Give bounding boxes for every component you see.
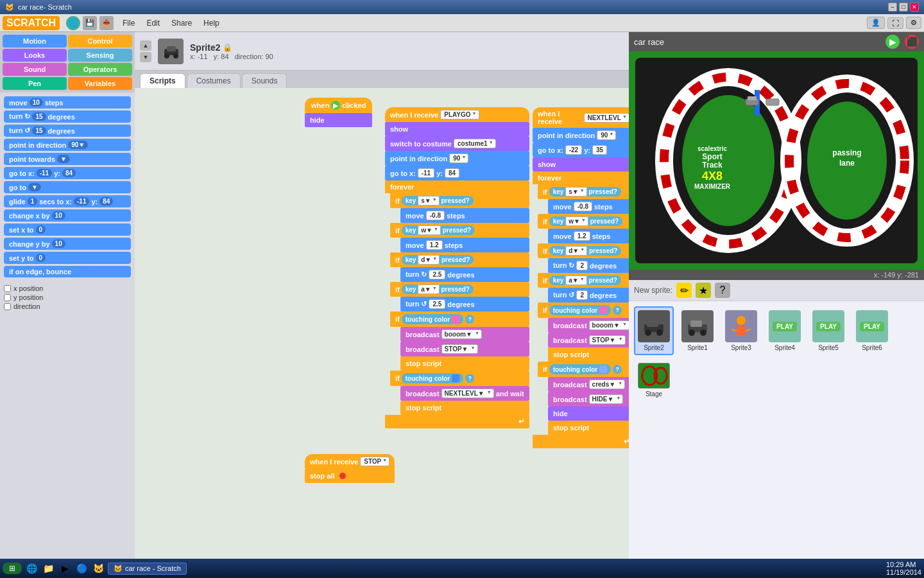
block-if-touching-pink-2[interactable]: if touching color ? xyxy=(538,302,629,318)
sprite-card-sprite5[interactable]: PLAY Sprite5 xyxy=(809,306,848,355)
cat-sensing[interactable]: Sensing xyxy=(68,49,132,62)
block-turn-ccw[interactable]: turn ↺ 15 degrees xyxy=(4,125,131,137)
block-stop-script-4[interactable]: stop script xyxy=(548,421,629,435)
block-broadcast-stop-2[interactable]: broadcast STOP▼ xyxy=(548,333,629,347)
block-switch-costume[interactable]: switch to costume costume1 xyxy=(385,136,529,151)
block-if-touching-blue[interactable]: if touching color ? xyxy=(390,371,529,386)
block-goto-1[interactable]: go to x: -11 y: 84 xyxy=(385,166,529,180)
block-glide[interactable]: glide 1 secs to x: -11 y: 84 xyxy=(4,195,131,207)
block-stop-script-3[interactable]: stop script xyxy=(548,347,629,362)
block-broadcast-hide[interactable]: broadcast HIDE▼ xyxy=(548,392,629,407)
block-show-1[interactable]: show xyxy=(385,122,529,136)
block-turn-cw[interactable]: turn ↻ 15 degrees xyxy=(4,110,131,123)
block-if-a[interactable]: if key a▼ pressed? xyxy=(390,282,529,297)
block-if-s-2[interactable]: if key s▼ pressed? xyxy=(538,184,629,199)
sprite-card-stage[interactable]: Stage xyxy=(634,359,674,401)
block-turn-d[interactable]: turn ↻ 2.5 degrees xyxy=(400,267,529,282)
block-forever-1[interactable]: forever xyxy=(385,180,529,193)
sprite-card-sprite3[interactable]: Sprite3 xyxy=(721,306,761,355)
block-if-w-2[interactable]: if key w▼ pressed? xyxy=(538,214,629,229)
checkbox-ypos[interactable]: y position xyxy=(4,293,131,301)
block-change-y[interactable]: change y by 10 xyxy=(4,238,131,250)
checkbox-direction[interactable]: direction xyxy=(4,302,131,310)
settings-button[interactable]: ⚙ xyxy=(906,17,921,29)
menu-share[interactable]: Share xyxy=(166,17,197,30)
cat-pen[interactable]: Pen xyxy=(3,77,67,90)
block-turn-d-2[interactable]: turn ↻ 2 degrees xyxy=(548,258,629,273)
block-move-pos-1[interactable]: move 1.2 steps xyxy=(400,238,529,252)
fullscreen-button[interactable]: ⛶ xyxy=(887,17,903,29)
block-turn-a[interactable]: turn ↺ 2.5 degrees xyxy=(400,297,529,311)
block-if-d[interactable]: if key d▼ pressed? xyxy=(390,252,529,267)
block-when-clicked[interactable]: when ▶ clicked xyxy=(305,98,372,113)
new-sprite-random-button[interactable]: ★ xyxy=(696,283,711,298)
close-button[interactable]: ✕ xyxy=(910,3,919,12)
block-bounce[interactable]: if on edge, bounce xyxy=(4,266,131,277)
block-broadcast-creds[interactable]: broadcast creds▼ xyxy=(548,377,629,392)
block-broadcast-stop-1[interactable]: broadcast STOP▼ xyxy=(400,342,529,356)
block-when-receive-nextlevl[interactable]: when I receive NEXTLEVL xyxy=(533,107,629,128)
block-stop-script-1[interactable]: stop script xyxy=(400,356,529,371)
taskbar-scratch-app[interactable]: 🐱 car race - Scratch xyxy=(108,563,187,575)
block-if-d-2[interactable]: if key d▼ pressed? xyxy=(538,243,629,258)
block-goto[interactable]: go to ▼ xyxy=(4,181,131,193)
block-if-s[interactable]: if key s▼ pressed? xyxy=(390,193,529,208)
scratch-icon[interactable]: 🐱 xyxy=(91,561,105,575)
media-icon[interactable]: ▶ xyxy=(58,561,72,575)
block-broadcast-booom-1[interactable]: broadcast booom▼ xyxy=(400,327,529,342)
cat-sound[interactable]: Sound xyxy=(3,63,67,76)
menu-edit[interactable]: Edit xyxy=(141,17,165,30)
ie-icon[interactable]: 🌐 xyxy=(24,561,38,575)
block-hide[interactable]: hide xyxy=(305,113,372,127)
new-sprite-upload-button[interactable]: ? xyxy=(715,283,730,298)
tab-scripts[interactable]: Scripts xyxy=(140,73,185,88)
block-if-touching-blue-2[interactable]: if touching color ? xyxy=(538,362,629,377)
start-button[interactable]: ⊞ xyxy=(3,563,22,574)
block-when-receive-stop[interactable]: when I receive STOP xyxy=(305,454,395,469)
block-show-2[interactable]: show xyxy=(533,157,629,171)
block-point-dir-2[interactable]: point in direction 90 xyxy=(533,128,629,143)
tab-sounds[interactable]: Sounds xyxy=(242,73,287,88)
block-turn-a-2[interactable]: turn ↺ 2 degrees xyxy=(548,288,629,302)
block-change-x[interactable]: change x by 10 xyxy=(4,209,131,222)
block-goto-xy[interactable]: go to x: -11 y: 84 xyxy=(4,167,131,179)
block-when-receive-playgo[interactable]: when I receive PLAYGO xyxy=(385,107,529,122)
block-if-touching-pink[interactable]: if touching color ? xyxy=(390,311,529,327)
checkbox-xpos[interactable]: x position xyxy=(4,285,131,292)
sprite-card-sprite2[interactable]: Sprite2 xyxy=(634,306,674,355)
block-if-a-2[interactable]: if key a▼ pressed? xyxy=(538,273,629,288)
language-button[interactable]: 🌐 xyxy=(66,16,80,30)
cat-control[interactable]: Control xyxy=(68,35,132,48)
cat-operators[interactable]: Operators xyxy=(68,63,132,76)
block-point-dir[interactable]: point in direction 90▼ xyxy=(4,139,131,151)
green-flag-button[interactable]: ▶ xyxy=(886,35,900,49)
block-point-towards[interactable]: point towards ▼ xyxy=(4,153,131,165)
block-move-neg-1[interactable]: move -0.8 steps xyxy=(400,208,529,223)
block-forever-2[interactable]: forever xyxy=(533,171,629,184)
sprite-card-sprite4[interactable]: PLAY Sprite4 xyxy=(765,306,805,355)
block-move-neg-2[interactable]: move -0.8 steps xyxy=(548,199,629,214)
block-if-w[interactable]: if key w▼ pressed? xyxy=(390,223,529,238)
block-set-y[interactable]: set y to 0 xyxy=(4,252,131,264)
menu-file[interactable]: File xyxy=(117,17,140,30)
tab-costumes[interactable]: Costumes xyxy=(187,73,241,88)
account-button[interactable]: 👤 xyxy=(867,17,885,29)
block-move-pos-2[interactable]: move 1.2 steps xyxy=(548,229,629,243)
block-set-x[interactable]: set x to 0 xyxy=(4,223,131,236)
block-goto-2[interactable]: go to x: -22 y: 35 xyxy=(533,143,629,157)
block-hide-2[interactable]: hide xyxy=(548,407,629,421)
maximize-button[interactable]: □ xyxy=(899,3,908,12)
sprite-card-sprite6[interactable]: PLAY Sprite6 xyxy=(852,306,892,355)
scroll-down-btn[interactable]: ▼ xyxy=(140,52,151,62)
scroll-up-btn[interactable]: ▲ xyxy=(140,40,151,51)
block-point-dir-1[interactable]: point in direction 90 xyxy=(385,151,529,166)
block-move[interactable]: move 10 steps xyxy=(4,96,131,109)
cat-variables[interactable]: Variables xyxy=(68,77,132,90)
block-stop-script-2[interactable]: stop script xyxy=(400,401,529,415)
save-icon[interactable]: 💾 xyxy=(83,16,97,30)
export-icon[interactable]: 📤 xyxy=(99,16,114,30)
canvas-area[interactable]: when ▶ clicked hide when I receive PLAYG… xyxy=(135,88,629,559)
new-sprite-paint-button[interactable]: ✏ xyxy=(676,283,692,298)
stop-button[interactable]: ⬛ xyxy=(905,35,919,49)
explorer-icon[interactable]: 📁 xyxy=(41,561,55,575)
